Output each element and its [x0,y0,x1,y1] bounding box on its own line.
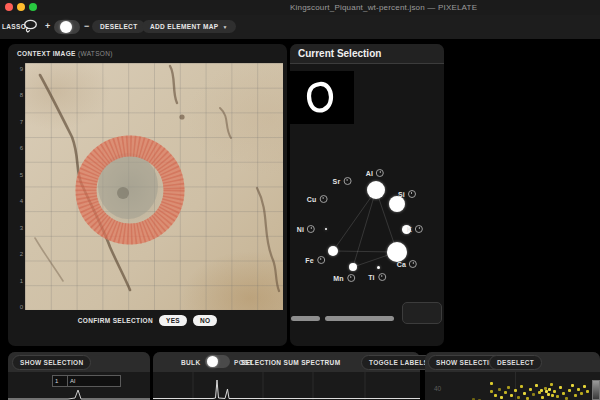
crack-line [257,188,279,291]
context-image-panel: CONTEXT IMAGE (WATSON) 9876543210 CONFIR… [8,44,287,346]
selection-thumbnail[interactable] [290,71,354,124]
element-row-spectrum[interactable] [8,386,150,400]
deselect-button[interactable]: DESELECT [92,20,145,33]
element-clock-icon[interactable] [408,190,416,198]
element-row-panel: SHOW SELECTION 1 Al [8,352,150,400]
element-symbol: K [407,226,412,233]
element-symbol: Al [366,170,373,177]
context-annotations [25,63,283,310]
sum-spectrum-panel-header: BULK POST SELECTION SUM SPECTRUM TOGGLE … [153,352,420,372]
confirm-no-button[interactable]: NO [193,315,217,326]
y-axis-tick-label: 8 [20,92,23,98]
current-selection-title: Current Selection [298,48,381,59]
element-edge [333,190,376,251]
brush-mode-toggle[interactable] [54,20,80,34]
add-element-map-label: ADD ELEMENT MAP [150,23,218,30]
confirm-selection-label: CONFIRM SELECTION [78,317,153,324]
minimize-window-button[interactable] [17,3,25,11]
element-label-cu[interactable]: Cu [307,195,328,203]
element-scatter-plot[interactable]: AlSrSiCuNiKFeCaMnTi [290,150,444,300]
bulk-post-toggle[interactable] [205,355,230,368]
zoom-window-button[interactable] [29,3,37,11]
brush-subtract-label[interactable]: − [84,21,89,31]
sum-spectrum-title: SELECTION SUM SPECTRUM [241,359,340,366]
element-label-al[interactable]: Al [366,169,384,177]
element-clock-icon[interactable] [343,177,351,185]
sum-spectrum-plot[interactable] [153,372,420,400]
y-axis-tick-label: 0 [20,304,23,310]
crack-spot [179,114,184,119]
element-clock-icon[interactable] [319,195,327,203]
deselect-button[interactable]: DESELECT [489,355,542,370]
element-node-ni[interactable] [325,228,327,230]
element-label-ni[interactable]: Ni [297,225,315,233]
add-element-map-button[interactable]: ADD ELEMENT MAP ▼ [142,20,236,33]
sample-blob-spot [117,187,129,199]
map-colorbar [592,380,600,400]
element-symbol: Mn [333,275,344,282]
unlabeled-button[interactable] [402,302,442,324]
element-node-ca[interactable] [387,242,407,262]
element-symbol: Cu [307,196,317,203]
current-selection-header: Current Selection [290,44,444,64]
element-label-k[interactable]: K [407,225,423,233]
element-clock-icon[interactable] [307,225,315,233]
element-clock-icon[interactable] [317,256,325,264]
context-image[interactable] [25,63,283,310]
toolbar: LASSO + − DESELECT ADD ELEMENT MAP ▼ [0,15,600,42]
y-axis-tick-label: 5 [20,172,23,178]
bulk-mode-label[interactable]: BULK [181,359,200,366]
element-clock-icon[interactable] [415,225,423,233]
context-panel-subtitle: (WATSON) [78,50,113,57]
crack-line [170,66,177,103]
y-axis-tick-label: 4 [20,198,23,204]
sum-spectrum-panel: BULK POST SELECTION SUM SPECTRUM TOGGLE … [153,352,420,400]
title-bar: Kingscourt_Piquant_wt-percent.json — PIX… [0,0,600,15]
close-window-button[interactable] [5,3,13,11]
context-panel-header: CONTEXT IMAGE (WATSON) [17,50,113,57]
element-node-mn[interactable] [349,263,357,271]
element-symbol: Sr [333,178,341,185]
toggle-knob [60,21,72,33]
element-symbol: Ti [368,274,375,281]
y-axis-tick-label: 3 [20,225,23,231]
lasso-icon[interactable] [22,19,39,38]
element-label-fe[interactable]: Fe [305,256,325,264]
element-clock-icon[interactable] [347,274,355,282]
context-panel-title: CONTEXT IMAGE [17,50,76,57]
confirm-selection-row: CONFIRM SELECTION YES NO [8,315,287,326]
element-map-image[interactable] [490,382,493,385]
element-node-al[interactable] [367,181,385,199]
element-clock-icon[interactable] [376,169,384,177]
element-clock-icon[interactable] [378,273,386,281]
element-map-panel-header: SHOW SELECTION DESELECT [425,352,600,372]
element-label-ti[interactable]: Ti [368,273,386,281]
toggle-knob [207,356,218,367]
y-axis-tick-label: 1 [20,278,23,284]
element-label-ca[interactable]: Ca [397,260,417,268]
element-clock-icon[interactable] [409,260,417,268]
show-selection-button[interactable]: SHOW SELECTION [12,355,91,370]
element-symbol: Ni [297,226,304,233]
selection-slider-large[interactable] [325,316,394,321]
y-axis-tick-label: 2 [20,251,23,257]
element-symbol: Ca [397,261,406,268]
crack-line [35,238,63,281]
element-map-panel: SHOW SELECTION DESELECT 40 [425,352,600,400]
element-label-sr[interactable]: Sr [333,177,352,185]
confirm-yes-button[interactable]: YES [159,315,187,326]
y-axis-tick-label: 9 [20,66,23,72]
y-axis-tick-label: 6 [20,145,23,151]
selection-slider-small[interactable] [291,316,320,321]
element-row-panel-header: SHOW SELECTION [8,352,150,372]
element-label-mn[interactable]: Mn [333,274,355,282]
element-node-fe[interactable] [328,246,338,256]
element-node-ti[interactable] [377,266,380,269]
map-axis-tick: 40 [434,385,441,392]
brush-add-label[interactable]: + [45,21,50,31]
element-label-si[interactable]: Si [398,190,416,198]
element-node-si[interactable] [389,196,405,212]
window-title: Kingscourt_Piquant_wt-percent.json — PIX… [290,3,477,12]
chevron-down-icon: ▼ [222,24,227,30]
y-axis-tick-label: 7 [20,119,23,125]
